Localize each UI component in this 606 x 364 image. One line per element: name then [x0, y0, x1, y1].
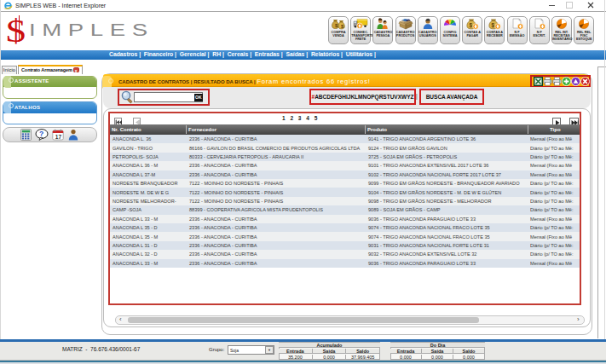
- svg-text:17: 17: [55, 134, 62, 140]
- svg-text:$: $: [470, 22, 473, 29]
- svg-text:$: $: [492, 22, 495, 29]
- svg-text:?: ?: [39, 130, 43, 138]
